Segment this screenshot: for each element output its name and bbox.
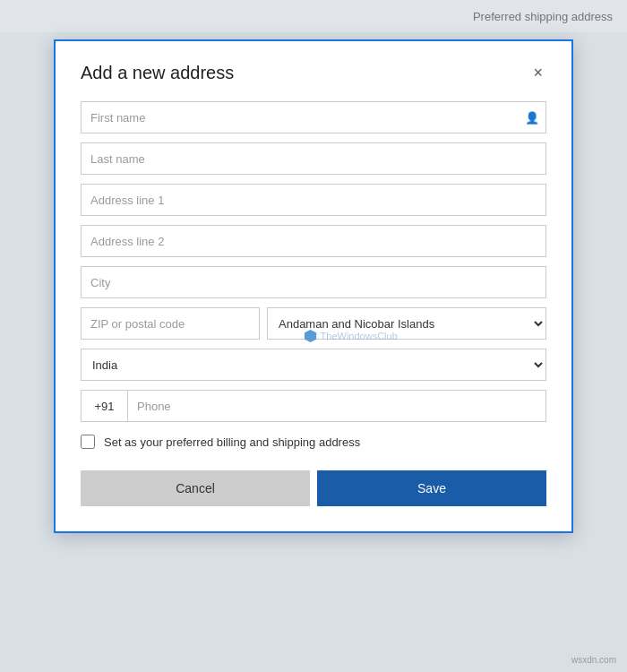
modal-dialog: Add a new address × 👤 Andaman and Nicoba… (54, 39, 573, 533)
state-select[interactable]: Andaman and Nicobar Islands Andhra Prade… (267, 307, 546, 340)
cancel-button[interactable]: Cancel (81, 470, 310, 506)
last-name-input[interactable] (81, 142, 546, 175)
phone-prefix: +91 (81, 390, 127, 422)
modal-header: Add a new address × (81, 63, 546, 83)
save-button[interactable]: Save (317, 470, 546, 506)
first-name-group: 👤 (81, 101, 546, 134)
modal-title: Add a new address (81, 63, 234, 83)
zip-group (81, 307, 260, 340)
bottom-logo: wsxdn.com (571, 655, 616, 665)
last-name-group (81, 142, 546, 175)
address1-group (81, 184, 546, 216)
country-select[interactable]: India United States United Kingdom (81, 349, 546, 381)
address1-input[interactable] (81, 184, 546, 216)
close-button[interactable]: × (529, 63, 546, 82)
modal-footer: Cancel Save (81, 470, 546, 506)
person-icon: 👤 (525, 111, 539, 125)
address2-input[interactable] (81, 225, 546, 257)
close-icon: × (533, 64, 543, 82)
billing-checkbox[interactable] (81, 435, 95, 449)
country-group: India United States United Kingdom (81, 349, 546, 381)
first-name-input[interactable] (81, 101, 546, 134)
billing-checkbox-label: Set as your preferred billing and shippi… (104, 435, 360, 449)
zip-state-row: Andaman and Nicobar Islands Andhra Prade… (81, 307, 546, 340)
city-group (81, 266, 546, 298)
zip-input[interactable] (81, 307, 260, 340)
address2-group (81, 225, 546, 257)
state-group: Andaman and Nicobar Islands Andhra Prade… (267, 307, 546, 340)
billing-checkbox-row: Set as your preferred billing and shippi… (81, 435, 546, 449)
phone-row: +91 (81, 390, 546, 422)
city-input[interactable] (81, 266, 546, 298)
phone-input[interactable] (127, 390, 546, 422)
